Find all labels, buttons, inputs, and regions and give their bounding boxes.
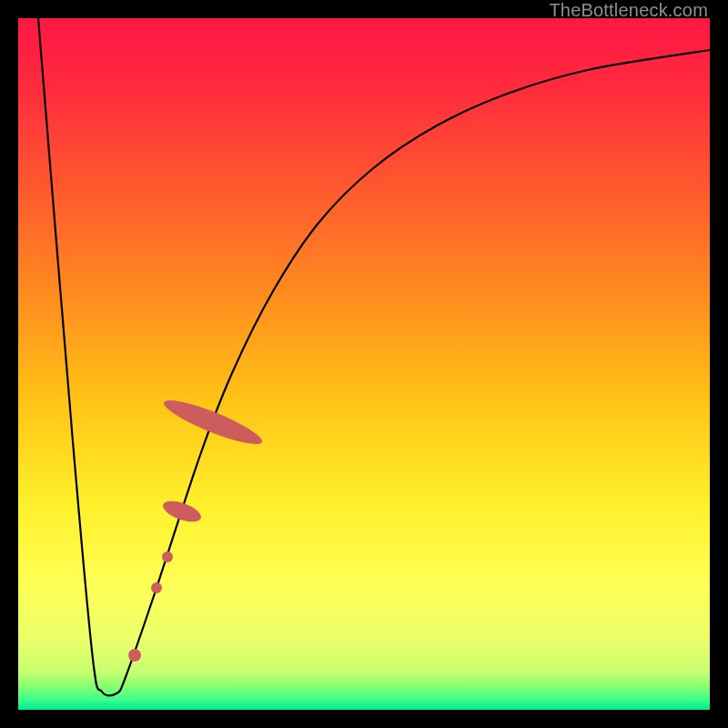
gradient-background bbox=[18, 18, 710, 710]
watermark-text: TheBottleneck.com bbox=[549, 0, 708, 21]
data-marker bbox=[162, 551, 173, 562]
data-marker bbox=[151, 582, 162, 593]
data-marker bbox=[128, 649, 141, 662]
chart-frame bbox=[18, 18, 710, 710]
bottleneck-plot bbox=[18, 18, 710, 710]
